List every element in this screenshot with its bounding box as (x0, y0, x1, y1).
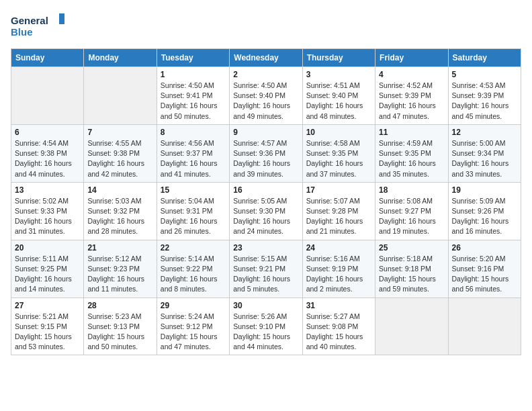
day-number: 8 (161, 128, 226, 137)
day-number: 28 (87, 301, 152, 310)
day-info: Sunrise: 5:16 AMSunset: 9:19 PMDaylight:… (306, 254, 371, 295)
weekday-header-row: SundayMondayTuesdayWednesdayThursdayFrid… (11, 49, 521, 67)
day-number: 18 (379, 185, 444, 195)
day-info: Sunrise: 4:54 AMSunset: 9:38 PMDaylight:… (15, 138, 80, 179)
week-row-4: 20Sunrise: 5:11 AMSunset: 9:25 PMDayligh… (11, 240, 521, 298)
day-info: Sunrise: 5:15 AMSunset: 9:21 PMDaylight:… (233, 254, 298, 295)
calendar-cell (11, 67, 84, 125)
day-number: 2 (233, 70, 298, 79)
day-number: 26 (452, 243, 517, 253)
calendar-cell: 26Sunrise: 5:20 AMSunset: 9:16 PMDayligh… (448, 240, 521, 298)
day-number: 21 (87, 243, 152, 253)
day-info: Sunrise: 5:03 AMSunset: 9:32 PMDaylight:… (87, 196, 152, 237)
day-info: Sunrise: 5:09 AMSunset: 9:26 PMDaylight:… (452, 196, 517, 237)
day-number: 30 (233, 301, 298, 310)
calendar-cell (448, 298, 521, 355)
day-info: Sunrise: 5:18 AMSunset: 9:18 PMDaylight:… (379, 254, 444, 295)
calendar-cell: 17Sunrise: 5:07 AMSunset: 9:28 PMDayligh… (302, 182, 375, 240)
calendar-cell: 21Sunrise: 5:12 AMSunset: 9:23 PMDayligh… (84, 240, 157, 298)
day-number: 13 (15, 185, 80, 195)
day-number: 16 (233, 185, 298, 195)
calendar-cell (375, 298, 448, 355)
day-info: Sunrise: 4:59 AMSunset: 9:35 PMDaylight:… (379, 138, 444, 179)
day-info: Sunrise: 5:05 AMSunset: 9:30 PMDaylight:… (233, 196, 298, 237)
day-info: Sunrise: 5:11 AMSunset: 9:25 PMDaylight:… (15, 254, 80, 295)
week-row-1: 1Sunrise: 4:50 AMSunset: 9:41 PMDaylight… (11, 67, 521, 125)
calendar-cell: 19Sunrise: 5:09 AMSunset: 9:26 PMDayligh… (448, 182, 521, 240)
calendar-cell: 28Sunrise: 5:23 AMSunset: 9:13 PMDayligh… (84, 298, 157, 355)
week-row-2: 6Sunrise: 4:54 AMSunset: 9:38 PMDaylight… (11, 124, 521, 182)
calendar-cell: 12Sunrise: 5:00 AMSunset: 9:34 PMDayligh… (448, 124, 521, 182)
day-info: Sunrise: 4:58 AMSunset: 9:35 PMDaylight:… (306, 138, 371, 179)
calendar-cell: 1Sunrise: 4:50 AMSunset: 9:41 PMDaylight… (157, 67, 229, 125)
day-number: 5 (452, 70, 517, 79)
day-number: 7 (87, 128, 152, 137)
day-number: 20 (15, 243, 80, 253)
page-header: General Blue (11, 11, 521, 40)
day-number: 3 (306, 70, 371, 79)
day-number: 9 (233, 128, 298, 137)
day-info: Sunrise: 5:23 AMSunset: 9:13 PMDaylight:… (87, 312, 152, 353)
day-number: 15 (161, 185, 226, 195)
week-row-5: 27Sunrise: 5:21 AMSunset: 9:15 PMDayligh… (11, 298, 521, 355)
week-row-3: 13Sunrise: 5:02 AMSunset: 9:33 PMDayligh… (11, 182, 521, 240)
day-info: Sunrise: 5:26 AMSunset: 9:10 PMDaylight:… (233, 312, 298, 353)
day-info: Sunrise: 5:27 AMSunset: 9:08 PMDaylight:… (306, 312, 371, 353)
day-info: Sunrise: 5:21 AMSunset: 9:15 PMDaylight:… (15, 312, 80, 353)
calendar-cell: 23Sunrise: 5:15 AMSunset: 9:21 PMDayligh… (230, 240, 302, 298)
calendar-cell: 24Sunrise: 5:16 AMSunset: 9:19 PMDayligh… (302, 240, 375, 298)
day-info: Sunrise: 4:53 AMSunset: 9:39 PMDaylight:… (452, 81, 517, 122)
calendar-cell: 7Sunrise: 4:55 AMSunset: 9:38 PMDaylight… (84, 124, 157, 182)
calendar-cell: 11Sunrise: 4:59 AMSunset: 9:35 PMDayligh… (375, 124, 448, 182)
calendar-cell: 9Sunrise: 4:57 AMSunset: 9:36 PMDaylight… (230, 124, 302, 182)
day-info: Sunrise: 4:55 AMSunset: 9:38 PMDaylight:… (87, 138, 152, 179)
day-number: 22 (161, 243, 226, 253)
day-number: 24 (306, 243, 371, 253)
calendar-cell: 13Sunrise: 5:02 AMSunset: 9:33 PMDayligh… (11, 182, 84, 240)
day-info: Sunrise: 5:12 AMSunset: 9:23 PMDaylight:… (87, 254, 152, 295)
calendar-cell: 25Sunrise: 5:18 AMSunset: 9:18 PMDayligh… (375, 240, 448, 298)
weekday-header-friday: Friday (375, 49, 448, 67)
calendar-cell: 6Sunrise: 4:54 AMSunset: 9:38 PMDaylight… (11, 124, 84, 182)
calendar-cell: 3Sunrise: 4:51 AMSunset: 9:40 PMDaylight… (302, 67, 375, 125)
day-info: Sunrise: 4:51 AMSunset: 9:40 PMDaylight:… (306, 81, 371, 122)
day-number: 31 (306, 301, 371, 310)
day-info: Sunrise: 4:56 AMSunset: 9:37 PMDaylight:… (161, 138, 226, 179)
weekday-header-thursday: Thursday (302, 49, 375, 67)
day-info: Sunrise: 4:50 AMSunset: 9:40 PMDaylight:… (233, 81, 298, 122)
day-number: 4 (379, 70, 444, 79)
day-number: 12 (452, 128, 517, 137)
day-number: 14 (87, 185, 152, 195)
day-number: 11 (379, 128, 444, 137)
day-info: Sunrise: 5:24 AMSunset: 9:12 PMDaylight:… (161, 312, 226, 353)
logo-svg: General Blue (11, 11, 64, 40)
calendar-cell: 4Sunrise: 4:52 AMSunset: 9:39 PMDaylight… (375, 67, 448, 125)
day-number: 25 (379, 243, 444, 253)
day-number: 29 (161, 301, 226, 310)
day-info: Sunrise: 5:00 AMSunset: 9:34 PMDaylight:… (452, 138, 517, 179)
calendar-cell: 18Sunrise: 5:08 AMSunset: 9:27 PMDayligh… (375, 182, 448, 240)
calendar-cell: 5Sunrise: 4:53 AMSunset: 9:39 PMDaylight… (448, 67, 521, 125)
calendar-cell: 16Sunrise: 5:05 AMSunset: 9:30 PMDayligh… (230, 182, 302, 240)
calendar-cell: 30Sunrise: 5:26 AMSunset: 9:10 PMDayligh… (230, 298, 302, 355)
logo: General Blue (11, 11, 64, 40)
calendar-cell: 2Sunrise: 4:50 AMSunset: 9:40 PMDaylight… (230, 67, 302, 125)
calendar-cell: 22Sunrise: 5:14 AMSunset: 9:22 PMDayligh… (157, 240, 229, 298)
day-number: 1 (161, 70, 226, 79)
day-number: 10 (306, 128, 371, 137)
day-info: Sunrise: 5:02 AMSunset: 9:33 PMDaylight:… (15, 196, 80, 237)
weekday-header-saturday: Saturday (448, 49, 521, 67)
calendar-cell: 20Sunrise: 5:11 AMSunset: 9:25 PMDayligh… (11, 240, 84, 298)
day-info: Sunrise: 5:08 AMSunset: 9:27 PMDaylight:… (379, 196, 444, 237)
day-info: Sunrise: 5:07 AMSunset: 9:28 PMDaylight:… (306, 196, 371, 237)
day-info: Sunrise: 4:52 AMSunset: 9:39 PMDaylight:… (379, 81, 444, 122)
calendar-cell: 27Sunrise: 5:21 AMSunset: 9:15 PMDayligh… (11, 298, 84, 355)
day-number: 27 (15, 301, 80, 310)
calendar-cell: 8Sunrise: 4:56 AMSunset: 9:37 PMDaylight… (157, 124, 229, 182)
weekday-header-monday: Monday (84, 49, 157, 67)
calendar-cell: 31Sunrise: 5:27 AMSunset: 9:08 PMDayligh… (302, 298, 375, 355)
calendar-cell: 15Sunrise: 5:04 AMSunset: 9:31 PMDayligh… (157, 182, 229, 240)
calendar-cell: 29Sunrise: 5:24 AMSunset: 9:12 PMDayligh… (157, 298, 229, 355)
day-info: Sunrise: 5:04 AMSunset: 9:31 PMDaylight:… (161, 196, 226, 237)
day-number: 19 (452, 185, 517, 195)
